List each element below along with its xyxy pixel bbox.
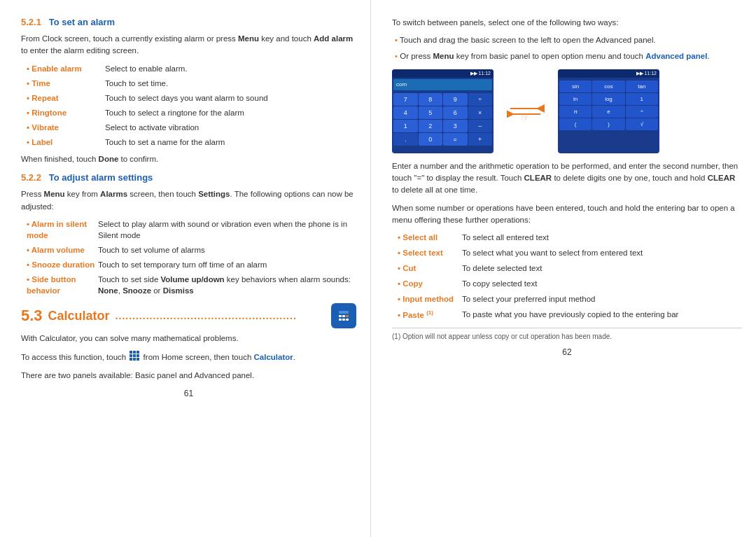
op-cut: Cut To delete selected text — [392, 263, 742, 274]
term-alarm-volume: Alarm volume Touch to set volume of alar… — [21, 244, 356, 256]
op-label-cut: Cut — [392, 263, 462, 274]
term-desc-repeat: Touch to select days you want alarm to s… — [105, 92, 356, 104]
svg-rect-5 — [339, 319, 342, 321]
page-number-right: 62 — [392, 347, 742, 357]
calculator-icon — [331, 303, 356, 328]
op-desc-paste: To paste what you have previously copied… — [462, 309, 742, 321]
term-desc-snooze: Touch to set temporary turn off time of … — [98, 259, 356, 270]
term-label-silent: Alarm in silentmode — [21, 218, 98, 241]
right-column: To switch between panels, select one of … — [371, 0, 756, 537]
screen-header-basic: ▶▶ 11:12 — [392, 69, 493, 78]
op-paste: Paste (1) To paste what you have previou… — [392, 309, 742, 321]
op-desc-cut: To delete selected text — [462, 263, 742, 274]
op-select-all: Select all To select all entered text — [392, 232, 742, 243]
term-time: Time Touch to set time. — [21, 78, 356, 89]
svg-rect-7 — [346, 319, 349, 321]
term-label-vibrate: Vibrate — [21, 122, 105, 133]
svg-rect-11 — [130, 354, 132, 357]
basic-panel-screen: ▶▶ 11:12 com 7 8 9 ÷ 4 5 6 × 1 2 3 — [392, 69, 493, 153]
svg-rect-8 — [130, 351, 132, 354]
term-repeat: Repeat Touch to select days you want ala… — [21, 92, 356, 104]
term-snooze: Snooze duration Touch to set temporary t… — [21, 259, 356, 270]
bullet-touch: • Touch and drag the basic screen to the… — [392, 34, 742, 46]
svg-rect-1 — [339, 311, 349, 314]
svg-rect-13 — [136, 354, 139, 357]
advanced-panel-screen: ▶▶ 11:12 sin cos tan ln log 1 π e ^ ( ) … — [558, 69, 659, 153]
op-select-text: Select text To select what you want to s… — [392, 247, 742, 258]
alarm-settings-terms: Alarm in silentmode Select to play alarm… — [21, 218, 356, 297]
op-label-paste: Paste (1) — [392, 309, 462, 321]
term-vibrate: Vibrate Select to activate vibration — [21, 122, 356, 133]
alarm-terms: Enable alarm Select to enable alarm. Tim… — [21, 63, 356, 148]
op-label-select-text: Select text — [392, 247, 462, 258]
left-column: 5.2.1 To set an alarm From Clock screen,… — [0, 0, 371, 537]
svg-text:☞: ☞ — [521, 112, 530, 121]
arrow-indicator: ☞ — [505, 102, 547, 121]
term-enable-alarm: Enable alarm Select to enable alarm. — [21, 63, 356, 74]
op-desc-select-all: To select all entered text — [462, 232, 742, 243]
term-desc-enable: Select to enable alarm. — [105, 63, 356, 74]
term-silent-mode: Alarm in silentmode Select to play alarm… — [21, 218, 356, 241]
operations-list: Select all To select all entered text Se… — [392, 232, 742, 321]
term-label-time: Time — [21, 78, 105, 89]
op-label-select-all: Select all — [392, 232, 462, 243]
term-label-repeat: Repeat — [21, 92, 105, 104]
svg-rect-12 — [133, 354, 136, 357]
op-copy: Copy To copy selected text — [392, 278, 742, 289]
calc-desc1: Enter a number and the arithmetic operat… — [392, 160, 742, 197]
term-label-enable: Enable alarm — [21, 63, 105, 74]
op-desc-copy: To copy selected text — [462, 278, 742, 289]
intro-521: From Clock screen, touch a currently exi… — [21, 33, 356, 57]
section-522: 5.2.2 To adjust alarm settings Press Men… — [21, 172, 356, 296]
svg-rect-14 — [130, 358, 132, 361]
basic-buttons: 7 8 9 ÷ 4 5 6 × 1 2 3 – . 0 = + — [392, 92, 493, 147]
term-label-snooze: Snooze duration — [21, 259, 98, 270]
calculator-images: ▶▶ 11:12 com 7 8 9 ÷ 4 5 6 × 1 2 3 — [392, 69, 742, 153]
screen-header-adv: ▶▶ 11:12 — [558, 69, 659, 78]
svg-rect-9 — [133, 351, 136, 354]
term-label-volume: Alarm volume — [21, 244, 98, 256]
op-desc-input: To select your preferred input method — [462, 293, 742, 305]
section-521: 5.2.1 To set an alarm From Clock screen,… — [21, 17, 356, 165]
calc-intro3: There are two panels available: Basic pa… — [21, 370, 356, 382]
term-label-side: Side buttonbehavior — [21, 274, 98, 296]
term-desc-vibrate: Select to activate vibration — [105, 122, 356, 133]
grid-icon — [130, 351, 139, 364]
svg-rect-3 — [342, 315, 345, 317]
term-desc-ringtone: Touch to select a ringtone for the alarm — [105, 107, 356, 118]
calc-intro1: With Calculator, you can solve many math… — [21, 333, 356, 344]
section-53: 5.3 Calculator .........................… — [21, 303, 356, 382]
intro-522: Press Menu key from Alarms screen, then … — [21, 188, 356, 213]
page: 5.2.1 To set an alarm From Clock screen,… — [0, 0, 756, 537]
calc-desc2: When some number or operations have been… — [392, 202, 742, 227]
svg-rect-10 — [136, 351, 139, 354]
svg-rect-15 — [133, 358, 136, 361]
term-desc-side: Touch to set side Volume up/down key beh… — [98, 274, 356, 296]
term-desc-volume: Touch to set volume of alarms — [98, 244, 356, 256]
term-desc-silent: Select to play alarm with sound or vibra… — [98, 218, 356, 241]
term-desc-label: Touch to set a name for the alarm — [105, 137, 356, 148]
calc-intro2: To access this function, touch from — [21, 351, 356, 364]
bullet-menu: • Or press Menu key from basic panel to … — [392, 50, 742, 62]
footer-521: When finished, touch Done to confirm. — [21, 153, 356, 165]
heading-521: 5.2.1 To set an alarm — [21, 17, 356, 27]
term-label-ringtone: Ringtone — [21, 107, 105, 118]
heading-dots: ........................................… — [115, 310, 326, 321]
heading-53: 5.3 Calculator .........................… — [21, 303, 356, 328]
op-label-copy: Copy — [392, 278, 462, 289]
term-label-label: Label — [21, 137, 105, 148]
footnote: (1) Option will not appear unless copy o… — [392, 328, 742, 340]
svg-rect-4 — [346, 315, 349, 317]
op-desc-select-text: To select what you want to select from e… — [462, 247, 742, 258]
adv-buttons: sin cos tan ln log 1 π e ^ ( ) √ — [558, 78, 659, 132]
op-input-method: Input method To select your preferred in… — [392, 293, 742, 305]
op-label-input: Input method — [392, 293, 462, 305]
heading-522: 5.2.2 To adjust alarm settings — [21, 172, 356, 183]
switch-intro: To switch between panels, select one of … — [392, 17, 742, 29]
svg-rect-16 — [136, 358, 139, 361]
term-side-button: Side buttonbehavior Touch to set side Vo… — [21, 274, 356, 296]
svg-rect-6 — [342, 319, 345, 321]
term-ringtone: Ringtone Touch to select a ringtone for … — [21, 107, 356, 118]
term-label: Label Touch to set a name for the alarm — [21, 137, 356, 148]
svg-rect-2 — [339, 315, 342, 317]
